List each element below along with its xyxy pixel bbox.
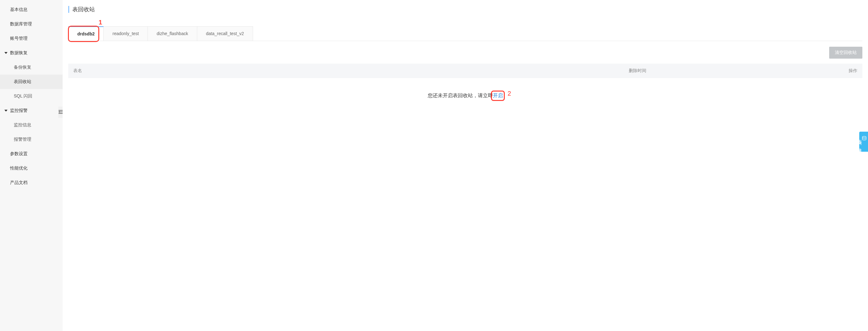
clear-recycle-button[interactable]: 清空回收站 [829, 47, 862, 59]
feedback-label: 咨询·建议 [857, 136, 862, 147]
tab-dizhe-flashback[interactable]: dizhe_flashback [148, 26, 197, 41]
sidebar-item-account-manage[interactable]: 账号管理 [0, 31, 63, 46]
sidebar-item-label: 基本信息 [10, 7, 28, 12]
sidebar-item-basic-info[interactable]: 基本信息 [0, 2, 63, 17]
sidebar-item-label: 账号管理 [10, 36, 28, 41]
sidebar-item-product-docs[interactable]: 产品文档 [0, 175, 63, 190]
sidebar-item-label: 产品文档 [10, 180, 28, 185]
tab-readonly-test[interactable]: readonly_test [103, 26, 148, 41]
sidebar-item-label: 参数设置 [10, 151, 28, 156]
enable-link[interactable]: 开启 2 [493, 92, 503, 99]
svg-point-0 [862, 136, 866, 138]
tab-label: readonly_test [113, 31, 139, 36]
database-icon [862, 136, 867, 140]
main-content: 表回收站 drdsdb2 1 readonly_test dizhe_flash… [63, 0, 868, 331]
sidebar-item-monitor-info[interactable]: 监控信息 [0, 118, 63, 132]
tab-label: drdsdb2 [78, 31, 95, 36]
sidebar-item-label: 数据恢复 [10, 50, 28, 55]
tab-label: data_recall_test_v2 [206, 31, 244, 36]
sidebar-item-label: 性能优化 [10, 165, 28, 170]
column-header-delete-time: 删除时间 [629, 68, 832, 74]
page-title: 表回收站 [72, 6, 95, 13]
sidebar-group-data-recovery[interactable]: 数据恢复 [0, 46, 63, 60]
sidebar-item-param-settings[interactable]: 参数设置 [0, 147, 63, 161]
sidebar-item-alarm-manage[interactable]: 报警管理 [0, 132, 63, 147]
feedback-tab[interactable]: 咨询·建议 [859, 132, 868, 152]
annotation-number-2: 2 [507, 90, 511, 97]
sidebar-item-label: 备份恢复 [14, 64, 31, 70]
empty-state: 您还未开启表回收站，请立即 开启 2 [68, 78, 862, 102]
chevron-down-icon [4, 52, 7, 54]
table-header: 表名 删除时间 操作 [68, 64, 862, 78]
page-header-accent [68, 6, 69, 13]
sidebar-item-database-manage[interactable]: 数据库管理 [0, 17, 63, 31]
sidebar-group-monitor-alarm[interactable]: 监控报警 [0, 104, 63, 118]
sidebar-item-label: 报警管理 [14, 137, 31, 142]
database-tabs: drdsdb2 1 readonly_test dizhe_flashback … [68, 26, 862, 41]
chevron-down-icon [4, 110, 7, 112]
annotation-number-1: 1 [99, 19, 102, 26]
tab-drdsdb2[interactable]: drdsdb2 1 [68, 26, 104, 41]
collapse-icon [59, 110, 63, 115]
sidebar-item-label: SQL 闪回 [14, 93, 32, 99]
actions-row: 清空回收站 [68, 47, 862, 59]
sidebar-item-sql-flashback[interactable]: SQL 闪回 [0, 89, 63, 104]
sidebar-item-table-recycle[interactable]: 表回收站 [0, 75, 63, 89]
sidebar-item-label: 数据库管理 [10, 21, 32, 26]
sidebar-item-label: 监控报警 [10, 108, 28, 113]
tab-data-recall-test-v2[interactable]: data_recall_test_v2 [197, 26, 253, 41]
sidebar-item-backup-recovery[interactable]: 备份恢复 [0, 60, 63, 75]
column-header-name: 表名 [73, 68, 629, 74]
sidebar: 基本信息 数据库管理 账号管理 数据恢复 备份恢复 表回收站 SQL 闪回 监控… [0, 0, 63, 331]
empty-text: 您还未开启表回收站，请立即 [428, 93, 493, 98]
page-header: 表回收站 [68, 6, 862, 13]
tab-label: dizhe_flashback [157, 31, 188, 36]
enable-link-label: 开启 [493, 93, 503, 98]
column-header-operation: 操作 [832, 68, 857, 74]
sidebar-item-label: 表回收站 [14, 79, 31, 84]
sidebar-item-label: 监控信息 [14, 122, 31, 127]
sidebar-item-performance[interactable]: 性能优化 [0, 161, 63, 175]
